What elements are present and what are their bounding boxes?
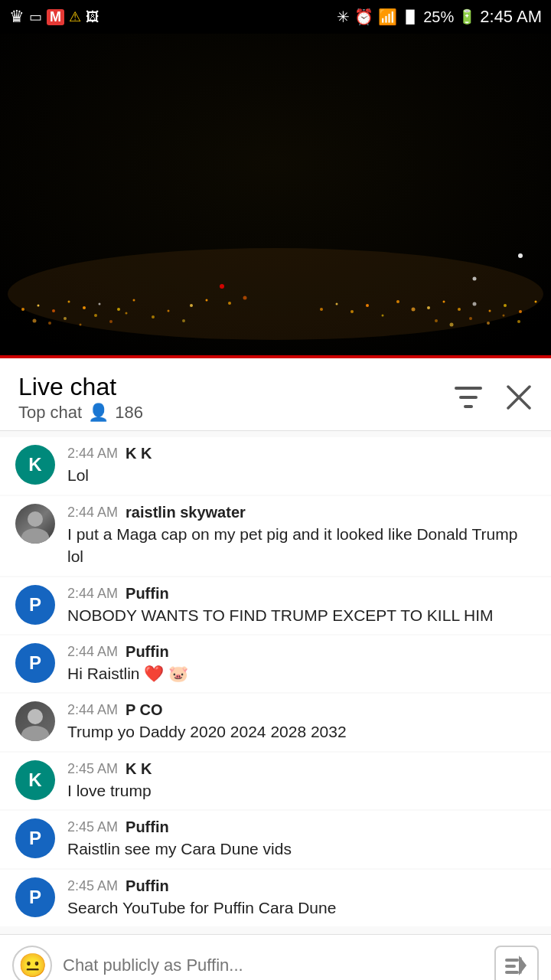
svg-point-42	[336, 303, 338, 305]
emoji-button[interactable]: 😐	[12, 946, 52, 980]
message-author: K K	[126, 445, 152, 462]
message-meta: 2:44 AM Puffin	[67, 585, 536, 603]
avatar	[15, 701, 55, 741]
avatar: K	[15, 445, 55, 485]
message-time: 2:45 AM	[67, 761, 118, 777]
svg-point-23	[519, 310, 522, 313]
message-author: Puffin	[126, 643, 169, 661]
svg-rect-50	[464, 405, 473, 408]
message-meta: 2:45 AM K K	[67, 760, 536, 778]
message-text: I put a Maga cap on my pet pig and it lo…	[67, 523, 536, 568]
message-meta: 2:44 AM Puffin	[67, 643, 536, 661]
chat-input-area: 😐	[0, 934, 551, 980]
message-time: 2:44 AM	[67, 586, 118, 602]
m-icon: M	[47, 9, 64, 25]
svg-rect-49	[459, 396, 478, 399]
message-meta: 2:45 AM Puffin	[67, 818, 536, 836]
svg-point-18	[443, 301, 445, 303]
svg-rect-48	[455, 387, 482, 390]
message-time: 2:45 AM	[67, 819, 118, 835]
message-meta: 2:45 AM Puffin	[67, 877, 536, 895]
svg-rect-59	[505, 971, 519, 974]
send-icon	[504, 952, 530, 978]
svg-point-40	[182, 319, 185, 322]
close-button[interactable]	[505, 384, 533, 411]
message-author: Puffin	[126, 818, 169, 836]
svg-point-46	[396, 300, 399, 303]
status-bar: ♛ ▭ M ⚠ 🖼 ✳ ⏰ 📶 ▐▌ 25% 🔋 2:45 AM	[0, 0, 551, 34]
svg-point-35	[518, 253, 523, 258]
chat-header-right	[453, 384, 533, 411]
svg-point-47	[412, 308, 416, 312]
message-author: Puffin	[126, 877, 169, 895]
svg-point-19	[458, 308, 461, 311]
svg-point-17	[427, 306, 430, 309]
svg-point-27	[469, 317, 472, 320]
svg-point-2	[21, 308, 24, 311]
svg-point-6	[83, 306, 86, 309]
message-text: I love trump	[67, 779, 536, 802]
message-content: 2:44 AM Puffin Hi Raistlin ❤️ 🐷	[67, 643, 536, 684]
avatar: P	[15, 818, 55, 858]
chat-input-field[interactable]	[63, 951, 484, 980]
svg-point-32	[206, 299, 208, 302]
svg-point-16	[126, 312, 128, 315]
svg-point-43	[350, 310, 354, 313]
svg-point-33	[228, 302, 231, 305]
svg-point-9	[133, 299, 135, 302]
message-time: 2:44 AM	[67, 505, 118, 521]
svg-point-24	[535, 301, 537, 303]
chat-message: K 2:44 AM K K Lol	[0, 437, 551, 494]
close-icon	[505, 384, 533, 411]
send-button[interactable]	[494, 946, 539, 980]
message-content: 2:44 AM raistlin skywater I put a Maga c…	[67, 504, 536, 568]
message-author: Puffin	[126, 585, 169, 603]
chat-header-left: Live chat Top chat 👤 186	[18, 372, 143, 423]
svg-point-53	[28, 511, 43, 527]
status-icons-left: ♛ ▭ M ⚠ 🖼	[9, 7, 99, 27]
svg-point-14	[94, 314, 97, 317]
message-content: 2:45 AM Puffin Raistlin see my Cara Dune…	[67, 818, 536, 860]
video-player[interactable]	[0, 34, 551, 355]
message-author: K K	[126, 760, 152, 778]
svg-point-26	[450, 323, 454, 327]
avatar: P	[15, 643, 55, 683]
svg-point-3	[37, 305, 40, 307]
svg-point-13	[80, 324, 82, 326]
chat-header: Live chat Top chat 👤 186	[0, 358, 551, 431]
chat-message: K 2:45 AM K K I love trump	[0, 753, 551, 809]
svg-point-38	[152, 315, 155, 318]
svg-rect-58	[505, 965, 516, 968]
svg-point-25	[435, 319, 438, 322]
battery-icon: 🔋	[458, 8, 475, 25]
svg-point-28	[487, 322, 490, 325]
svg-rect-57	[505, 959, 519, 962]
svg-point-39	[168, 310, 170, 312]
svg-point-22	[504, 304, 507, 307]
svg-marker-61	[519, 956, 527, 975]
svg-point-30	[517, 320, 520, 323]
avatar: K	[15, 760, 55, 800]
chat-message: P 2:45 AM Puffin Raistlin see my Cara Du…	[0, 811, 551, 867]
chat-subtitle: Top chat 👤 186	[18, 403, 143, 423]
avatar	[15, 504, 55, 544]
city-skyline-svg	[0, 34, 551, 355]
message-meta: 2:44 AM P CO	[67, 701, 536, 719]
chat-message: 2:44 AM P CO Trump yo Daddy 2020 2024 20…	[0, 694, 551, 750]
time-display: 2:45 AM	[480, 7, 542, 27]
svg-point-34	[243, 296, 247, 300]
message-text: Raistlin see my Cara Dune vids	[67, 838, 536, 860]
status-icons-right: ✳ ⏰ 📶 ▐▌ 25% 🔋 2:45 AM	[337, 7, 542, 27]
message-time: 2:44 AM	[67, 446, 118, 462]
svg-point-15	[109, 320, 112, 323]
wifi-icon: 📶	[378, 8, 397, 26]
message-content: 2:45 AM K K I love trump	[67, 760, 536, 802]
message-text: Search YouTube for Puffin Cara Dune	[67, 897, 536, 919]
svg-point-20	[473, 302, 477, 306]
top-chat-label[interactable]: Top chat	[18, 403, 82, 423]
avatar: P	[15, 877, 55, 917]
message-meta: 2:44 AM raistlin skywater	[67, 504, 536, 521]
message-content: 2:44 AM P CO Trump yo Daddy 2020 2024 20…	[67, 701, 536, 743]
filter-button[interactable]	[453, 384, 484, 411]
svg-point-31	[190, 304, 193, 307]
